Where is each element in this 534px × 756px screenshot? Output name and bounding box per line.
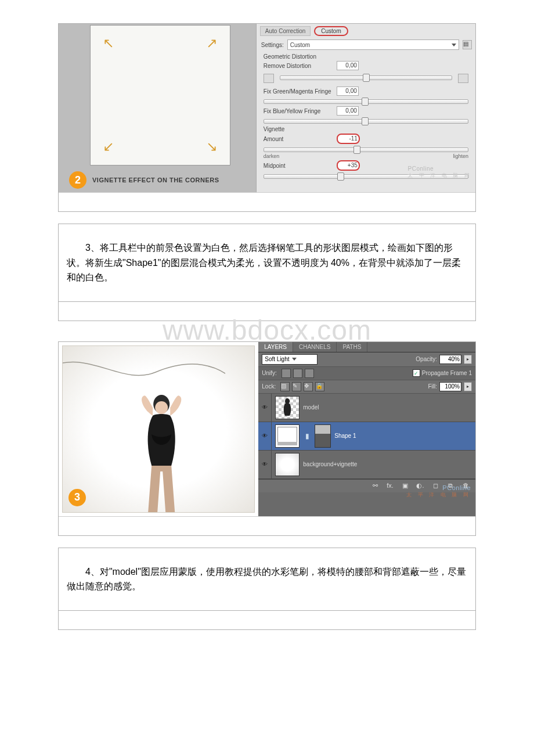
eye-icon[interactable]: 👁 (258, 422, 272, 450)
figure-1-watermark: PConline 太 平 洋 电 脑 网 (407, 165, 472, 179)
distortion-convex-icon (264, 74, 274, 83)
step-3-badge: 3 (68, 489, 86, 506)
layer-model-thumb (275, 396, 300, 419)
unify-position-icon[interactable] (282, 369, 291, 378)
tab-custom[interactable]: Custom (314, 26, 348, 36)
layer-shape1-name: Shape 1 (334, 433, 356, 439)
svg-point-2 (285, 398, 290, 404)
blend-mode-value: Soft Light (265, 356, 289, 362)
model-silhouette (124, 390, 199, 512)
watermark-pconline: PConline (442, 484, 471, 491)
settings-row: Settings: Custom ▤ (261, 39, 472, 50)
lens-tabs: Auto Correction Custom (260, 26, 472, 36)
vignette-amount-slider[interactable] (264, 147, 468, 152)
opacity-field[interactable]: 40% (439, 355, 461, 364)
figure-2-watermark: PConline 太 平 洋 电 脑 网 (406, 484, 471, 499)
unify-label: Unify: (262, 370, 277, 376)
settings-menu-icon[interactable]: ▤ (463, 40, 472, 49)
step-2-badge: 2 (69, 171, 86, 189)
watermark-cn: 太 平 洋 电 脑 网 (407, 172, 472, 179)
vignette-amount-range: darken lighten (264, 153, 468, 159)
layer-bg-name: background+vignette (303, 461, 357, 467)
eye-icon[interactable]: 👁 (258, 451, 272, 478)
vignette-amount-label: Amount (264, 136, 334, 142)
fix-by-row: Fix Blue/Yellow Fringe 0,00 (264, 106, 472, 116)
paragraph-2-box: 4、对"model"图层应用蒙版，使用教程提供的水彩笔刷，将模特的腰部和背部遮蔽… (58, 548, 476, 611)
lock-position-icon[interactable]: ✥ (304, 382, 313, 391)
figure-2-bottom-strip (59, 516, 475, 535)
figure-2: 3 LAYERS CHANNELS PATHS Soft Light Opaci… (58, 341, 476, 536)
lock-row: Lock: ▧ ✎ ✥ 🔒 Fill: 100% ▸ (258, 380, 475, 394)
geometric-distortion-heading: Geometric Distortion (264, 53, 472, 60)
arrow-top-right-icon (207, 36, 219, 49)
blend-mode-dropdown[interactable]: Soft Light (262, 354, 317, 365)
fill-field[interactable]: 100% (439, 382, 461, 391)
vignette-heading: Vignette (264, 126, 472, 132)
figure-1: 2 VIGNETTE EFFECT ON THE CORNERS Auto Co… (58, 23, 476, 212)
fill-arrow-icon[interactable]: ▸ (464, 382, 472, 391)
opacity-arrow-icon[interactable]: ▸ (464, 355, 472, 364)
fix-gm-slider[interactable] (264, 99, 468, 104)
fix-by-label: Fix Blue/Yellow Fringe (264, 108, 334, 114)
remove-distortion-value[interactable]: 0,00 (337, 61, 359, 70)
layer-background[interactable]: 👁 background+vignette (258, 451, 475, 479)
big-watermark: www.bdocx.com (58, 314, 476, 346)
layer-shape1[interactable]: 👁 ▮ Shape 1 (258, 422, 475, 451)
paragraph-1-box: 3、将工具栏中的前景色设置为白色，然后选择钢笔工具的形状图层模式，绘画如下图的形… (58, 224, 476, 302)
vignette-amount-row: Amount -11 (264, 134, 472, 144)
darken-label: darken (264, 153, 280, 159)
link-layers-icon[interactable]: ⚯ (370, 482, 380, 490)
figure-1-caption-row: 2 VIGNETTE EFFECT ON THE CORNERS (69, 171, 219, 189)
layer-shape1-thumb (275, 424, 300, 448)
figure-1-bottom-strip (59, 192, 475, 211)
vector-mask-link-icon[interactable]: ▮ (303, 425, 311, 447)
settings-label: Settings: (261, 42, 284, 48)
figure-2-preview: 3 (62, 345, 255, 513)
settings-value: Custom (290, 42, 310, 48)
arrow-top-left-icon (101, 36, 114, 49)
layers-panel: LAYERS CHANNELS PATHS Soft Light Opacity… (258, 342, 475, 516)
unify-visibility-icon[interactable] (293, 369, 302, 378)
watermark-pconline: PConline (407, 165, 472, 172)
fix-gm-label: Fix Green/Magenta Fringe (264, 88, 334, 95)
distortion-concave-icon (458, 74, 468, 83)
unify-style-icon[interactable] (305, 369, 314, 378)
eye-icon[interactable]: 👁 (258, 394, 272, 422)
lock-icons: ▧ ✎ ✥ 🔒 (280, 382, 324, 391)
paragraph-2-strip (58, 611, 476, 630)
settings-dropdown[interactable]: Custom (287, 39, 459, 50)
unify-icons (282, 369, 314, 378)
figure-1-caption: VIGNETTE EFFECT ON THE CORNERS (92, 177, 219, 183)
blend-mode-row: Soft Light Opacity: 40% ▸ (258, 352, 475, 367)
layer-model[interactable]: 👁 model (258, 394, 475, 422)
fix-by-value[interactable]: 0,00 (337, 106, 359, 116)
fix-gm-row: Fix Green/Magenta Fringe 0,00 (264, 87, 472, 96)
figure-2-content: 3 LAYERS CHANNELS PATHS Soft Light Opaci… (59, 342, 475, 516)
vignette-amount-value[interactable]: -11 (337, 134, 360, 144)
lock-all-icon[interactable]: 🔒 (315, 382, 324, 391)
fix-gm-value[interactable]: 0,00 (337, 87, 359, 96)
unify-row: Unify: ✓ Propagate Frame 1 (258, 367, 475, 380)
lens-correction-panel: Auto Correction Custom Settings: Custom … (256, 24, 475, 192)
tab-auto-correction[interactable]: Auto Correction (260, 26, 311, 36)
layers-list: 👁 model 👁 ▮ Shape (258, 394, 475, 479)
fix-by-slider[interactable] (264, 119, 468, 124)
chevron-down-icon (292, 358, 297, 361)
fill-label: Fill: (428, 383, 437, 390)
propagate-label: Propagate Frame 1 (422, 370, 472, 376)
propagate-checkbox[interactable]: ✓ (413, 369, 420, 377)
watermark-cn: 太 平 洋 电 脑 网 (406, 491, 471, 499)
lock-image-icon[interactable]: ✎ (292, 382, 301, 391)
layer-shape1-mask (315, 424, 331, 448)
svg-point-1 (155, 401, 168, 414)
vignette-midpoint-value[interactable]: +35 (337, 160, 360, 171)
paragraph-2: 4、对"model"图层应用蒙版，使用教程提供的水彩笔刷，将模特的腰部和背部遮蔽… (67, 564, 467, 594)
lock-transparent-icon[interactable]: ▧ (280, 382, 290, 391)
opacity-label: Opacity: (416, 356, 437, 362)
chevron-down-icon (452, 44, 456, 46)
arrow-bottom-left-icon (101, 142, 114, 154)
fx-icon[interactable]: fx. (385, 482, 395, 490)
remove-distortion-slider[interactable] (280, 75, 452, 80)
remove-distortion-label: Remove Distortion (264, 63, 334, 69)
lighten-label: lighten (453, 153, 468, 159)
